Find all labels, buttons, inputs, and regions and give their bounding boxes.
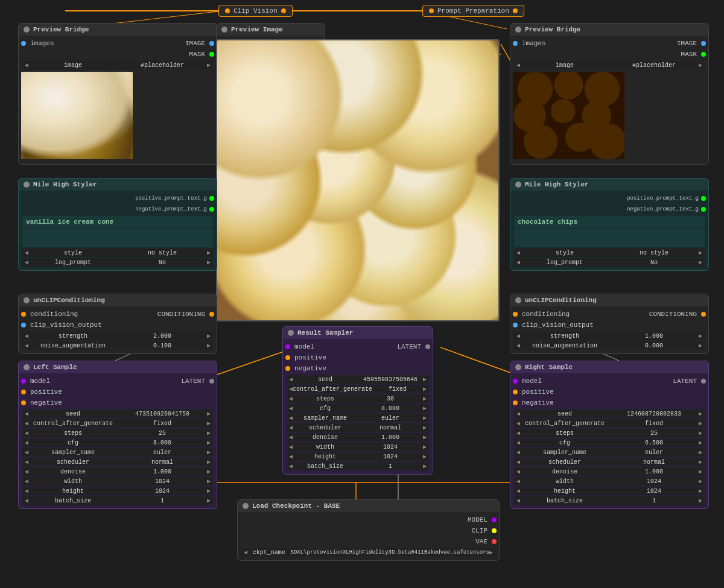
rs-sampler-right[interactable]: ▶ <box>699 449 702 456</box>
rs-width-label: width <box>520 478 609 485</box>
res-seed[interactable]: ◀ seed 459559837505646 ▶ <box>287 375 429 384</box>
preview-bridge-left-title: Preview Bridge <box>33 26 89 33</box>
rs-batch[interactable]: ◀ batch_size 1 ▶ <box>514 496 705 505</box>
ls-seed-label: seed <box>28 411 118 417</box>
unclip-right-noise-right[interactable]: ▶ <box>699 342 702 349</box>
ls-denoise[interactable]: ◀ denoise 1.000 ▶ <box>22 467 213 476</box>
rs-batch-right[interactable]: ▶ <box>699 497 702 504</box>
rs-ctrl-right[interactable]: ▶ <box>699 420 702 427</box>
ls-model-type: LATENT <box>181 378 205 385</box>
unclip-right-noise[interactable]: ◀ noise_augmentation 0.000 ▶ <box>514 341 705 350</box>
res-scheduler-right[interactable]: ▶ <box>423 424 427 431</box>
ls-cfg[interactable]: ◀ cfg 8.000 ▶ <box>22 438 213 447</box>
res-batch[interactable]: ◀ batch_size 1 ▶ <box>287 462 429 470</box>
ls-sampler[interactable]: ◀ sampler_name euler ▶ <box>22 448 213 457</box>
mhs-right-prompt-text[interactable]: chocolate chips <box>514 216 705 228</box>
rs-width-right[interactable]: ▶ <box>699 478 702 485</box>
res-sampler[interactable]: ◀ sampler_name euler ▶ <box>287 414 429 422</box>
mhs-left-log-arrow-right[interactable]: ▶ <box>207 259 211 266</box>
unclip-left-noise-right[interactable]: ▶ <box>207 342 211 349</box>
mhs-left-log-ctrl[interactable]: ◀ log_prompt No ▶ <box>22 258 213 267</box>
ls-steps-right[interactable]: ▶ <box>207 429 211 437</box>
res-batch-right[interactable]: ▶ <box>423 463 427 470</box>
res-cfg-val: 8.000 <box>358 405 423 412</box>
mhs-left-style-arrow-right[interactable]: ▶ <box>207 249 211 256</box>
res-sampler-right[interactable]: ▶ <box>423 414 427 422</box>
right-image-ctrl-arrow-right[interactable]: ▶ <box>699 62 702 69</box>
res-width-right[interactable]: ▶ <box>423 443 427 450</box>
rs-scheduler[interactable]: ◀ scheduler normal ▶ <box>514 458 705 466</box>
rs-height-right[interactable]: ▶ <box>699 487 702 495</box>
ls-ctrl-label: control_after_generate <box>28 420 118 427</box>
mhs-right-style-arrow-right[interactable]: ▶ <box>699 249 702 256</box>
res-cfg[interactable]: ◀ cfg 8.000 ▶ <box>287 404 429 413</box>
res-denoise-right[interactable]: ▶ <box>423 434 427 441</box>
ls-width[interactable]: ◀ width 1024 ▶ <box>22 477 213 485</box>
unclip-right-strength-right[interactable]: ▶ <box>699 332 702 340</box>
rs-cfg[interactable]: ◀ cfg 6.500 ▶ <box>514 438 705 447</box>
ls-height[interactable]: ◀ height 1024 ▶ <box>22 487 213 495</box>
rs-scheduler-right[interactable]: ▶ <box>699 458 702 466</box>
mhs-left-style-ctrl[interactable]: ◀ style no style ▶ <box>22 248 213 257</box>
unclip-left-strength[interactable]: ◀ strength 2.000 ▶ <box>22 332 213 340</box>
image-ctrl-arrow-right[interactable]: ▶ <box>207 62 211 69</box>
ls-width-label: width <box>28 478 118 485</box>
res-scheduler[interactable]: ◀ scheduler normal ▶ <box>287 423 429 432</box>
res-height[interactable]: ◀ height 1024 ▶ <box>287 452 429 461</box>
res-ctrl-right[interactable]: ▶ <box>423 385 427 393</box>
ckpt-model-out: MODEL <box>468 516 487 523</box>
mhs-right-log-ctrl[interactable]: ◀ log_prompt No ▶ <box>514 258 705 267</box>
res-cfg-right[interactable]: ▶ <box>423 405 427 412</box>
rs-width[interactable]: ◀ width 1024 ▶ <box>514 477 705 485</box>
rs-seed[interactable]: ◀ seed 124608720802833 ▶ <box>514 409 705 418</box>
ls-sampler-right[interactable]: ▶ <box>207 449 211 456</box>
res-ctrl[interactable]: ◀ control_after_generate fixed ▶ <box>287 385 429 393</box>
mhs-right-neg-port <box>701 207 706 212</box>
ckpt-name-ctrl[interactable]: ◀ ckpt_name SDXL\protovisionXLHighFideli… <box>241 548 495 557</box>
rs-sampler[interactable]: ◀ sampler_name euler ▶ <box>514 448 705 457</box>
ls-batch-right[interactable]: ▶ <box>207 497 211 504</box>
ls-cfg-right[interactable]: ▶ <box>207 439 211 446</box>
ls-batch[interactable]: ◀ batch_size 1 ▶ <box>22 496 213 505</box>
res-steps[interactable]: ◀ steps 30 ▶ <box>287 394 429 403</box>
mhs-left-prompt-text[interactable]: vanilla ice cream cone <box>22 216 213 228</box>
res-height-right[interactable]: ▶ <box>423 453 427 460</box>
mhs-right-style-ctrl[interactable]: ◀ style no style ▶ <box>514 248 705 257</box>
ls-ctrl-right[interactable]: ▶ <box>207 420 211 427</box>
res-sampler-val: euler <box>358 415 423 422</box>
rs-steps[interactable]: ◀ steps 25 ▶ <box>514 429 705 437</box>
rs-height-label: height <box>520 488 609 495</box>
rs-seed-right[interactable]: ▶ <box>699 410 702 417</box>
rs-cfg-right[interactable]: ▶ <box>699 439 702 446</box>
rs-height[interactable]: ◀ height 1024 ▶ <box>514 487 705 495</box>
ls-cfg-label: cfg <box>28 440 118 446</box>
ls-scheduler-right[interactable]: ▶ <box>207 458 211 466</box>
ls-steps[interactable]: ◀ steps 25 ▶ <box>22 429 213 437</box>
res-steps-right[interactable]: ▶ <box>423 395 427 402</box>
ls-denoise-right[interactable]: ▶ <box>207 468 211 475</box>
res-denoise-label: denoise <box>293 434 358 441</box>
res-width[interactable]: ◀ width 1024 ▶ <box>287 443 429 451</box>
preview-bridge-right-images-row: images IMAGE <box>510 38 708 49</box>
ls-height-right[interactable]: ▶ <box>207 487 211 495</box>
res-width-val: 1024 <box>358 444 423 450</box>
ls-sampler-val: euler <box>118 449 207 456</box>
res-denoise[interactable]: ◀ denoise 1.000 ▶ <box>287 433 429 441</box>
res-seed-right[interactable]: ▶ <box>423 376 427 383</box>
ls-seed-right[interactable]: ▶ <box>207 410 211 417</box>
ls-seed[interactable]: ◀ seed 473510926041750 ▶ <box>22 409 213 418</box>
rs-ctrl[interactable]: ◀ control_after_generate fixed ▶ <box>514 419 705 428</box>
rs-denoise-right[interactable]: ▶ <box>699 468 702 475</box>
ls-width-right[interactable]: ▶ <box>207 478 211 485</box>
ls-scheduler[interactable]: ◀ scheduler normal ▶ <box>22 458 213 466</box>
preview-bridge-right-image-ctrl[interactable]: ◀ image #placeholder ▶ <box>514 61 705 69</box>
ls-ctrl[interactable]: ◀ control_after_generate fixed ▶ <box>22 419 213 428</box>
preview-bridge-left-image-ctrl[interactable]: ◀ image #placeholder ▶ <box>22 61 213 69</box>
rs-denoise[interactable]: ◀ denoise 1.000 ▶ <box>514 467 705 476</box>
unclip-left-strength-right[interactable]: ▶ <box>207 332 211 340</box>
ckpt-name-right[interactable]: ▶ <box>489 549 493 556</box>
unclip-right-strength[interactable]: ◀ strength 1.000 ▶ <box>514 332 705 340</box>
unclip-left-noise[interactable]: ◀ noise_augmentation 0.100 ▶ <box>22 341 213 350</box>
rs-steps-right[interactable]: ▶ <box>699 429 702 437</box>
mhs-right-log-arrow-right[interactable]: ▶ <box>699 259 702 266</box>
